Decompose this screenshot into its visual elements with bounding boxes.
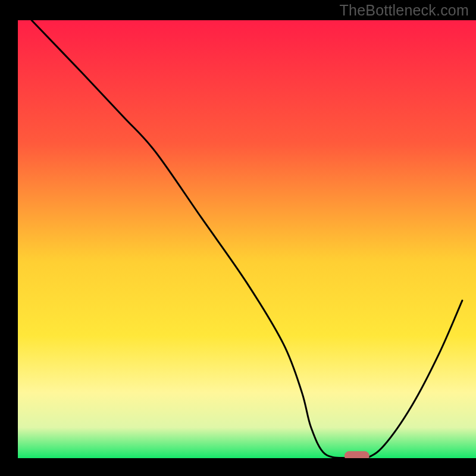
frame-bottom: [0, 458, 476, 476]
watermark-text: TheBottleneck.com: [340, 2, 469, 19]
bottleneck-chart-svg: [0, 0, 476, 476]
plot-background: [18, 20, 476, 458]
frame-left: [0, 20, 18, 476]
chart-container: TheBottleneck.com: [0, 0, 476, 476]
